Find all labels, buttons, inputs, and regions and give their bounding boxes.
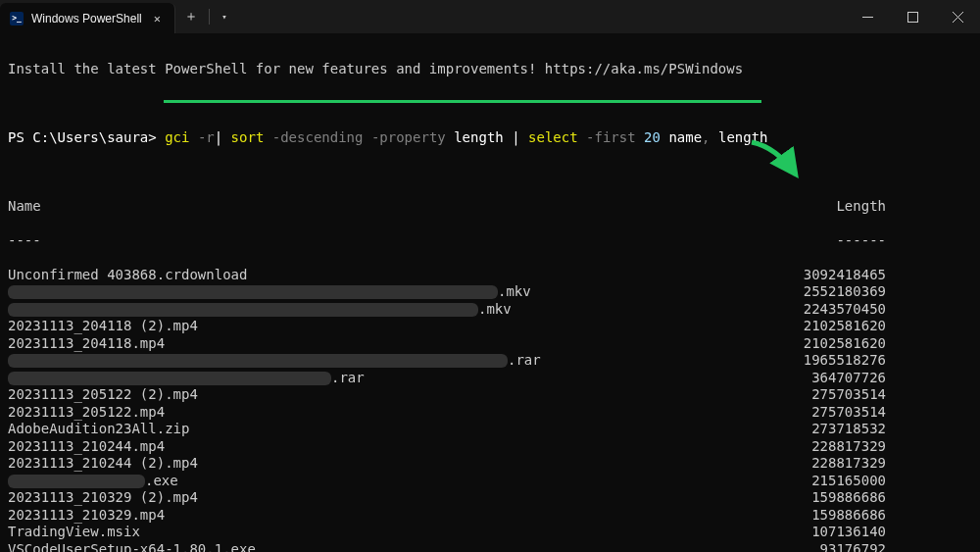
close-icon: [953, 12, 963, 23]
maximize-button[interactable]: [890, 0, 935, 33]
install-banner: Install the latest PowerShell for new fe…: [8, 61, 972, 78]
table-row: TradingView.msix107136140: [8, 524, 972, 541]
table-row: 20231113_210244.mp4228817329: [8, 438, 972, 456]
powershell-icon: >_: [10, 12, 24, 25]
minimize-button[interactable]: [845, 0, 890, 33]
new-tab-button[interactable]: ＋: [175, 0, 207, 33]
table-row: .mkv2552180369: [8, 283, 972, 301]
tab-powershell[interactable]: >_ Windows PowerShell ✕: [0, 3, 175, 33]
terminal-output[interactable]: Install the latest PowerShell for new fe…: [0, 33, 980, 552]
table-row: 20231113_204118.mp42102581620: [8, 335, 972, 353]
table-row: 20231113_205122.mp4275703514: [8, 404, 972, 422]
svg-rect-1: [907, 12, 917, 22]
minimize-icon: [862, 12, 873, 23]
table-row: VSCodeUserSetup-x64-1.80.1.exe93176792: [8, 541, 972, 553]
command-line: PS C:\Users\saura> gci -r| sort -descend…: [8, 129, 972, 147]
table-row: .rar364707726: [8, 370, 972, 387]
table-row: 20231113_210244 (2).mp4228817329: [8, 455, 972, 473]
titlebar-drag-region[interactable]: [237, 0, 845, 33]
table-row: 20231113_210329 (2).mp4159886686: [8, 489, 972, 507]
table-row: .exe215165000: [8, 473, 972, 490]
redacted-name: [8, 285, 498, 299]
redacted-name: [8, 303, 478, 317]
table-row: 20231113_205122 (2).mp4275703514: [8, 386, 972, 404]
tab-title: Windows PowerShell: [31, 12, 142, 25]
table-header: NameLength: [8, 198, 972, 216]
close-button[interactable]: [935, 0, 980, 33]
maximize-icon: [907, 12, 918, 23]
redacted-name: [8, 475, 145, 488]
table-row: .mkv2243570450: [8, 301, 972, 319]
table-divider: ----------: [8, 232, 972, 250]
tab-close-button[interactable]: ✕: [150, 12, 165, 25]
annotation-underline: [164, 100, 761, 103]
titlebar: >_ Windows PowerShell ✕ ＋ ▾: [0, 0, 980, 33]
table-row: 20231113_210329.mp4159886686: [8, 507, 972, 525]
table-row: .rar1965518276: [8, 352, 972, 370]
table-row: AdobeAudition23All.zip273718532: [8, 421, 972, 438]
table-row: Unconfirmed 403868.crdownload3092418465: [8, 267, 972, 284]
tab-divider: [209, 9, 210, 25]
tab-dropdown-button[interactable]: ▾: [212, 0, 237, 33]
table-row: 20231113_204118 (2).mp42102581620: [8, 318, 972, 335]
redacted-name: [8, 372, 331, 385]
redacted-name: [8, 354, 508, 368]
